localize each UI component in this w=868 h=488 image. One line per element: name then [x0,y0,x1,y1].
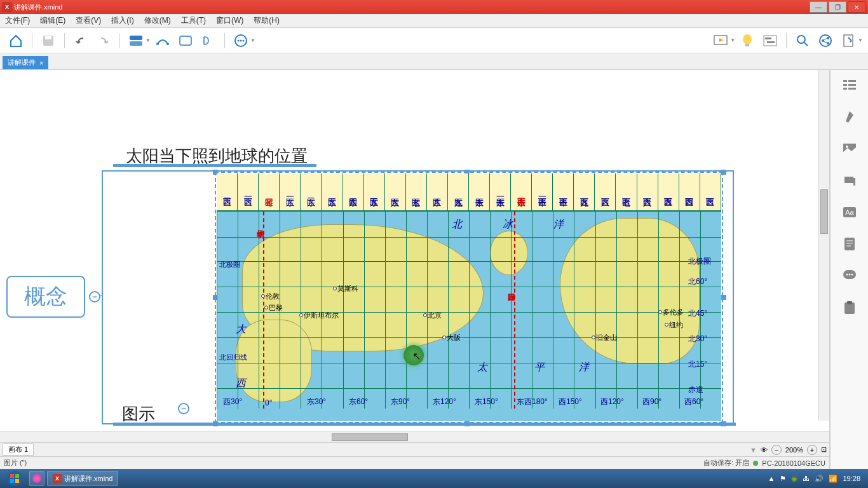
svg-rect-31 [848,88,856,90]
lon-label: 东西180° [517,396,548,407]
tray-wifi-icon[interactable]: 📶 [829,475,837,483]
relationship-button[interactable] [152,30,173,51]
svg-point-12 [743,34,752,44]
start-button[interactable] [3,470,27,487]
search-button[interactable] [792,30,813,51]
menu-help[interactable]: 帮助(H) [251,14,282,27]
save-button[interactable] [37,30,59,51]
node-root-text: 概念 [24,282,67,311]
horizontal-scrollbar[interactable] [0,431,829,442]
task-panel-button[interactable] [841,299,858,316]
tab-close-icon[interactable]: × [39,59,43,67]
date-line [514,212,515,409]
gantt-button[interactable] [759,30,781,51]
zoom-out-button[interactable]: − [771,445,782,455]
comments-panel-button[interactable] [841,267,858,285]
timezone-cell: 西二区 [217,173,238,210]
lon-label: 西30° [223,396,242,407]
ocean-label: 西 [236,377,246,390]
ocean-label: 平 [534,361,545,374]
topic-button[interactable] [125,30,147,51]
menu-view[interactable]: 查看(V) [73,14,104,27]
status-dot-icon [753,461,758,466]
home-button[interactable] [5,30,27,51]
marker-panel-button[interactable] [841,172,858,189]
boundary-button[interactable] [175,30,196,51]
collapse-toggle[interactable]: − [89,291,100,302]
collapse-toggle[interactable]: − [178,403,189,414]
node-tushi[interactable]: 图示 [122,403,155,425]
tray-icon[interactable]: ▲ [768,475,775,482]
resize-handle[interactable] [721,170,726,175]
image-panel-button[interactable] [841,140,858,158]
menu-tools[interactable]: 工具(T) [179,14,208,27]
tray-network-icon[interactable]: 🖧 [803,475,810,482]
dropdown-icon[interactable]: ▼ [250,37,255,43]
pinned-app[interactable] [29,471,44,486]
city-dot [658,310,662,314]
timezone-cell: 西七区 [616,173,637,210]
tab-active[interactable]: 讲解课件 × [3,56,48,69]
tray-flag-icon[interactable]: ⚑ [780,475,786,483]
dropdown-icon[interactable]: ▼ [858,37,863,43]
tray-volume-icon[interactable]: 🔊 [815,475,824,483]
idea-button[interactable] [736,30,758,51]
present-button[interactable] [710,30,731,51]
lat-label: 北15° [688,359,720,370]
close-button[interactable]: ✕ [848,1,865,13]
menu-modify[interactable]: 修改(M) [142,14,173,27]
menu-edit[interactable]: 编辑(E) [37,14,68,27]
timezone-cell: 东八区 [427,173,448,210]
dropdown-icon[interactable]: ▼ [730,37,735,43]
outline-panel-button[interactable] [841,76,858,94]
svg-rect-50 [15,474,19,478]
summary-button[interactable] [198,30,219,51]
svg-rect-14 [764,36,776,46]
toolbar-sep [32,33,32,48]
city-label: 大阪 [447,333,461,342]
minimize-button[interactable]: — [810,1,827,13]
zoom-fit-button[interactable]: ⊡ [821,445,827,454]
undo-button[interactable] [70,30,92,51]
node-tushi-text: 图示 [122,404,155,423]
taskbar-app-xmind[interactable]: X 讲解课件.xmind [47,471,118,486]
share-button[interactable] [815,30,836,51]
format-panel-button[interactable] [841,108,858,126]
export-button[interactable] [837,30,859,51]
more-button[interactable] [230,30,252,51]
maximize-button[interactable]: ❐ [829,1,846,13]
node-root[interactable]: 概念 [6,276,85,318]
sheet-tab[interactable]: 画布 1 [3,444,34,456]
app-icon: X [53,474,62,483]
filter-icon[interactable]: ▼ [750,446,757,454]
svg-line-23 [824,38,827,40]
canvas[interactable]: 概念 − 太阳当下照到地球的位置 西二区西一区零时区东一区东二区东三区东四区东五… [0,70,829,431]
svg-point-43 [846,274,848,276]
redo-button[interactable] [93,30,114,51]
resize-handle[interactable] [721,295,726,300]
timezone-cell: 东一区 [280,173,301,210]
dropdown-icon[interactable]: ▼ [146,37,151,43]
app-logo-icon: X [3,3,11,11]
zoom-value: 200% [785,446,803,454]
zoom-in-button[interactable]: + [807,445,817,455]
menu-insert[interactable]: 插入(I) [109,14,136,27]
font-panel-button[interactable]: Aa [841,203,858,221]
timezone-cell: 西十一区 [532,173,553,210]
timezone-cell: 零时区 [259,173,280,210]
vertical-scrollbar[interactable] [818,70,829,421]
window-title: 讲解课件.xmind [14,3,62,12]
notes-panel-button[interactable] [841,235,858,253]
tray-shield-icon[interactable]: ◉ [791,475,797,483]
scroll-thumb[interactable] [820,189,828,234]
svg-point-9 [240,39,241,41]
menu-window[interactable]: 窗口(W) [214,14,246,27]
map-body: 本初子午线 国际日界 北冰洋大西太平洋 伦敦巴黎伊斯坦布尔莫斯科北京大阪旧金山多… [217,212,721,409]
svg-rect-29 [848,84,856,86]
eye-icon[interactable]: 👁 [761,446,768,454]
lon-label: 东150° [475,396,498,407]
timezone-cell: 东四区 [342,173,363,210]
menu-file[interactable]: 文件(F) [3,14,32,27]
tray-clock[interactable]: 19:28 [843,475,860,482]
scroll-thumb[interactable] [332,433,408,441]
